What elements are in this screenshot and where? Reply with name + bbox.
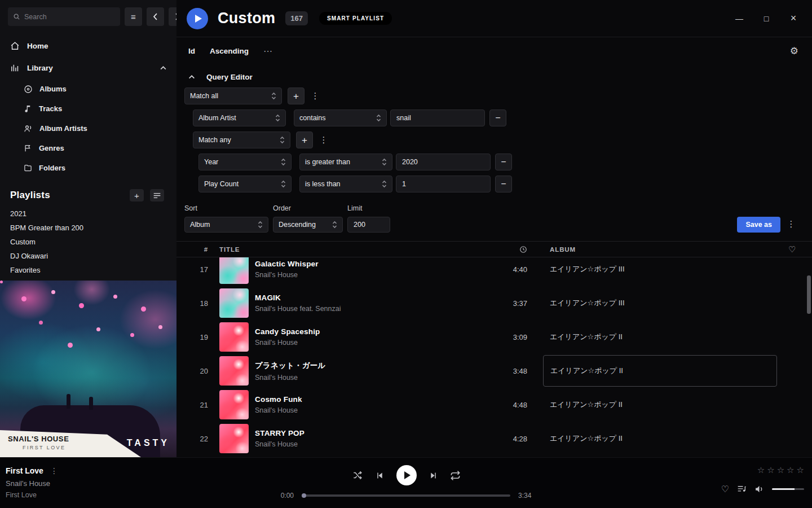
sidebar-item-home[interactable]: Home [0, 35, 176, 57]
menu-button[interactable]: ≡ [125, 7, 142, 26]
favorite-button[interactable]: ♡ [721, 484, 729, 494]
star-5[interactable]: ☆ [797, 465, 804, 475]
remove-rule-button[interactable]: − [489, 110, 506, 126]
playlist-item[interactable]: BPM Greater than 200 [0, 221, 176, 235]
order-select[interactable]: Descending [273, 217, 343, 233]
remove-rule-button[interactable]: − [495, 176, 512, 192]
previous-track-button[interactable] [375, 471, 385, 480]
rule-operator-select[interactable]: is less than [299, 176, 392, 192]
track-album[interactable]: エイリアン☆ポップ II [533, 400, 784, 410]
sort-field-button[interactable]: Id [188, 47, 195, 55]
column-title[interactable]: TITLE [215, 246, 499, 253]
rule-field-select[interactable]: Album Artist [193, 110, 286, 126]
limit-input[interactable] [347, 217, 390, 233]
repeat-button[interactable] [450, 470, 461, 481]
settings-gear-icon[interactable]: ⚙ [790, 45, 798, 57]
add-group-rule-button[interactable]: + [296, 132, 313, 148]
track-row[interactable]: 17 Galactic Whisper Snail's House 4:40 エ… [176, 257, 812, 286]
nav-back-button[interactable] [147, 7, 164, 26]
sidebar-item-folders[interactable]: Folders [0, 158, 176, 178]
playlist-item[interactable]: Favorites [0, 263, 176, 277]
star-1[interactable]: ☆ [757, 465, 765, 475]
volume-slider[interactable] [772, 488, 804, 490]
music-note-icon [24, 104, 32, 113]
volume-button[interactable] [754, 484, 764, 494]
track-row[interactable]: 20 プラネット・ガール Snail's House 3:48 エイリアン☆ポッ… [176, 354, 812, 388]
sort-order-limit-row: Sort Album Order Descending Limit Save a… [184, 204, 797, 233]
star-2[interactable]: ☆ [767, 465, 774, 475]
playlist-item[interactable]: Custom [0, 235, 176, 249]
sidebar-item-tracks[interactable]: Tracks [0, 99, 176, 119]
rule-operator-select[interactable]: contains [294, 110, 387, 126]
chevron-up-icon[interactable] [160, 66, 166, 70]
play-pause-button[interactable] [396, 465, 417, 485]
track-album[interactable]: エイリアン☆ポップ III [533, 264, 784, 274]
rule-value-input[interactable] [396, 176, 491, 192]
now-playing-artist[interactable]: Snail's House [6, 479, 58, 488]
more-options-button[interactable]: ⋯ [263, 46, 273, 56]
folder-icon [24, 164, 32, 172]
queue-button[interactable] [737, 485, 747, 493]
sort-select[interactable]: Album [184, 217, 268, 233]
track-album[interactable]: エイリアン☆ポップ II [533, 332, 784, 342]
window-minimize-button[interactable]: — [733, 14, 745, 23]
now-playing-album[interactable]: First Love [6, 491, 58, 499]
search-input[interactable] [24, 13, 115, 21]
track-row[interactable]: 19 Candy Spaceship Snail's House 3:09 エイ… [176, 320, 812, 354]
save-as-button[interactable]: Save as [737, 217, 780, 233]
track-artist: Snail's House [255, 374, 326, 382]
now-playing-artwork[interactable]: SNAIL'S HOUSE FIRST LOVE TASTY [0, 281, 176, 457]
repeat-icon [450, 470, 461, 481]
sidebar-item-album-artists[interactable]: Album Artists [0, 119, 176, 138]
track-row[interactable]: 21 Cosmo Funk Snail's House 4:48 エイリアン☆ポ… [176, 388, 812, 422]
sidebar-item-library[interactable]: Library [0, 57, 176, 79]
group-menu-button[interactable]: ⋮ [317, 132, 330, 148]
add-rule-button[interactable]: + [288, 87, 304, 104]
column-number[interactable]: # [176, 246, 215, 253]
list-toolbar: Id Ascending ⋯ ⚙ [176, 37, 812, 64]
match-type-select[interactable]: Match all [184, 87, 282, 104]
window-close-button[interactable]: × [787, 12, 800, 24]
track-menu-button[interactable]: ⋮ [50, 466, 58, 475]
remove-rule-button[interactable]: − [495, 154, 512, 170]
save-menu-button[interactable]: ⋮ [785, 216, 797, 233]
now-playing-title[interactable]: First Love [6, 466, 43, 475]
window-maximize-button[interactable]: □ [760, 14, 773, 23]
star-3[interactable]: ☆ [777, 465, 784, 475]
rule-field-select[interactable]: Year [198, 154, 292, 170]
star-4[interactable]: ☆ [787, 465, 794, 475]
sidebar-item-albums[interactable]: Albums [0, 79, 176, 99]
add-playlist-button[interactable]: + [130, 189, 144, 202]
play-playlist-button[interactable] [187, 8, 208, 29]
rule-field-select[interactable]: Play Count [198, 176, 292, 192]
shuffle-button[interactable] [352, 470, 363, 480]
column-favorite[interactable]: ♡ [784, 244, 812, 255]
rule-value-input[interactable] [396, 154, 491, 170]
column-duration[interactable] [499, 246, 533, 253]
collapse-query-editor-button[interactable] [184, 75, 199, 79]
group-match-type-select[interactable]: Match any [193, 132, 290, 148]
album-artists-label: Album Artists [39, 124, 87, 133]
album-art-thumb [219, 390, 249, 419]
track-row[interactable]: 22 STARRY POP Snail's House 4:28 エイリアン☆ポ… [176, 422, 812, 456]
playlist-item[interactable]: DJ Okawari [0, 249, 176, 263]
search-box[interactable] [8, 7, 120, 26]
rule-value-input[interactable] [390, 110, 485, 126]
seek-bar[interactable] [302, 494, 510, 497]
sidebar-item-genres[interactable]: Genres [0, 138, 176, 158]
next-track-button[interactable] [429, 471, 438, 480]
track-album[interactable]: エイリアン☆ポップ III [533, 298, 784, 308]
column-album[interactable]: ALBUM [533, 246, 784, 253]
track-row[interactable]: 18 MAGIK Snail's House feat. Sennzai 3:3… [176, 286, 812, 320]
rule-operator-select[interactable]: is greater than [299, 154, 392, 170]
progress-row: 0:00 3:34 [277, 492, 535, 500]
playlist-item[interactable]: 2021 [0, 207, 176, 221]
sort-direction-button[interactable]: Ascending [210, 47, 249, 55]
rule-group-menu-button[interactable]: ⋮ [309, 87, 321, 104]
seek-handle[interactable] [302, 493, 306, 498]
track-album-focused[interactable]: エイリアン☆ポップ II [543, 355, 777, 387]
playlist-list-button[interactable] [150, 189, 164, 202]
scrollbar-thumb[interactable] [807, 275, 811, 314]
nav-forward-button[interactable] [169, 7, 176, 26]
track-album[interactable]: エイリアン☆ポップ II [533, 433, 784, 444]
